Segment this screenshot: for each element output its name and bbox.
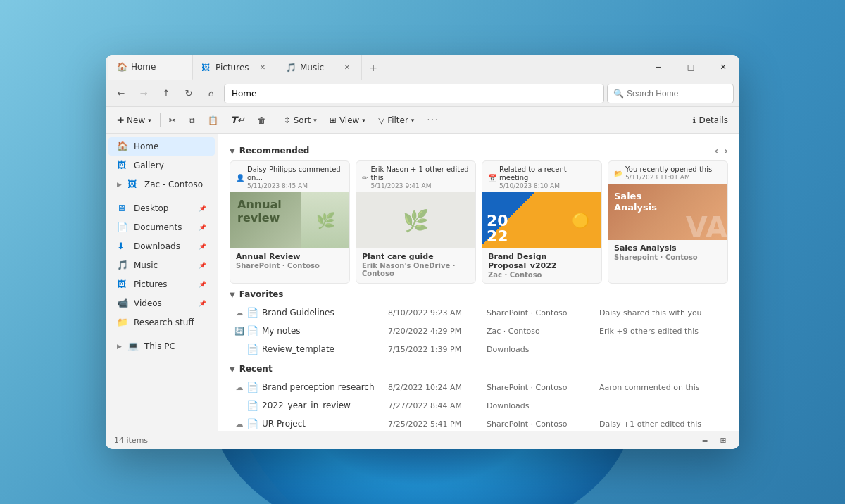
recent-section-header[interactable]: ▼ Recent <box>230 364 728 374</box>
sidebar-item-downloads[interactable]: ⬇ Downloads 📌 <box>108 237 215 256</box>
recommended-section-header[interactable]: ▼ Recommended ‹ › <box>230 145 728 156</box>
card-sales-analysis[interactable]: 📂 You recently opened this 5/11/2023 11:… <box>608 160 728 284</box>
card-annual-meta-date: 5/11/2023 8:45 AM <box>247 182 344 189</box>
list-item[interactable]: ☁ 📄 Brand Guidelines 8/10/2022 9:23 AM S… <box>230 303 728 322</box>
sidebar-item-videos[interactable]: 📹 Videos 📌 <box>108 294 215 313</box>
recommended-label: Recommended <box>239 146 310 156</box>
sidebar-item-desktop[interactable]: 🖥 Desktop 📌 <box>108 199 215 218</box>
refresh-button[interactable]: ↻ <box>179 84 199 103</box>
rename-button[interactable]: T↵ <box>225 113 251 127</box>
annual-review-preview-bg: Annualreview 🌿 <box>230 192 349 248</box>
card-annual-meta-text: Daisy Philipps commented on... <box>247 165 344 182</box>
back-button[interactable]: ← <box>111 84 131 103</box>
sidebar-pc-expand-icon: ▶ <box>117 343 122 350</box>
card-sales-info: Sales Analysis Sharepoint · Contoso <box>608 240 727 265</box>
card-sales-meta-text: You recently opened this <box>625 165 712 174</box>
tab-music-close[interactable]: ✕ <box>342 62 353 73</box>
sidebar-item-home[interactable]: 🏠 Home <box>108 137 215 156</box>
list-item[interactable]: 🔄 📄 My notes 7/20/2022 4:29 PM Zac · Con… <box>230 322 728 340</box>
sidebar-music-label: Music <box>134 260 158 270</box>
file-name-my-notes: My notes <box>262 326 388 336</box>
sidebar-pc-label: This PC <box>144 341 175 351</box>
separator-2 <box>275 113 275 127</box>
status-bar: 14 items ≡ ⊞ <box>106 431 739 449</box>
close-button[interactable]: ✕ <box>707 55 739 80</box>
separator-1 <box>160 113 161 127</box>
tab-pictures[interactable]: 🖼 Pictures ✕ <box>193 55 277 80</box>
brand-preview-yellow: 🟡 <box>560 192 601 248</box>
sidebar-item-this-pc[interactable]: ▶ 💻 This PC <box>108 337 215 355</box>
filter-button[interactable]: ▽ Filter ▾ <box>373 113 420 127</box>
maximize-button[interactable]: □ <box>675 55 707 80</box>
sidebar-item-pictures[interactable]: 🖼 Pictures 📌 <box>108 275 215 294</box>
tab-home[interactable]: 🏠 Home <box>108 55 193 80</box>
card-sales-meta-icon: 📂 <box>614 170 622 177</box>
favorites-list: ☁ 📄 Brand Guidelines 8/10/2022 9:23 AM S… <box>230 303 728 358</box>
sidebar-videos-pin-icon: 📌 <box>199 300 206 307</box>
minimize-button[interactable]: ─ <box>642 55 675 80</box>
file-location-2022-review: Downloads <box>487 401 599 410</box>
up-button[interactable]: ↑ <box>156 84 176 103</box>
tab-music[interactable]: 🎵 Music ✕ <box>277 55 362 80</box>
grid-view-button[interactable]: ⊞ <box>715 434 731 448</box>
list-item[interactable]: ☁ 📄 UR Project 7/25/2022 5:41 PM SharePo… <box>230 415 728 431</box>
sidebar-item-research[interactable]: 📁 Research stuff <box>108 313 215 332</box>
card-plant-info: Plant care guide Erik Nason's OneDrive ·… <box>356 248 475 282</box>
list-view-button[interactable]: ≡ <box>697 434 713 448</box>
sidebar-item-documents[interactable]: 📄 Documents 📌 <box>108 218 215 237</box>
search-box[interactable]: 🔍 <box>607 84 734 103</box>
delete-button[interactable]: 🗑 <box>252 113 272 127</box>
file-location-brand-perception: SharePoint · Contoso <box>487 383 599 392</box>
card-annual-review[interactable]: 👤 Daisy Philipps commented on... 5/11/20… <box>230 160 350 284</box>
card-annual-meta-icon: 👤 <box>236 174 244 182</box>
sidebar-home-label: Home <box>134 141 158 151</box>
sidebar-videos-label: Videos <box>134 298 162 308</box>
recommended-next-icon[interactable]: › <box>724 145 728 156</box>
forward-button[interactable]: → <box>134 84 154 103</box>
sort-button[interactable]: ↕ Sort ▾ <box>278 113 323 127</box>
status-text: 14 items <box>114 436 148 445</box>
details-button[interactable]: ℹ Details <box>687 113 734 127</box>
sidebar-item-gallery[interactable]: 🖼 Gallery <box>108 156 215 175</box>
address-path[interactable]: Home <box>224 84 604 103</box>
sort-chevron-icon: ▾ <box>313 117 317 124</box>
sidebar-documents-icon: 📄 <box>117 222 128 233</box>
list-item[interactable]: ☁ 📄 Brand perception research 8/2/2022 1… <box>230 378 728 396</box>
more-button[interactable]: ··· <box>421 113 444 127</box>
view-button[interactable]: ⊞ View ▾ <box>324 113 371 127</box>
card-plant-subtitle: Erik Nason's OneDrive · Contoso <box>362 262 470 277</box>
card-plant-title: Plant care guide <box>362 252 470 261</box>
sync-icon-brand-guidelines: ☁ <box>232 308 246 317</box>
favorites-label: Favorites <box>239 289 284 299</box>
recommended-prev-icon[interactable]: ‹ <box>714 145 718 156</box>
file-date-2022-review: 7/27/2022 8:44 AM <box>388 401 487 410</box>
card-brand-meta-icon: 📅 <box>488 174 496 182</box>
main-area: 🏠 Home 🖼 Gallery ▶ 🖼 Zac - Contoso 🖥 Des… <box>106 134 739 431</box>
card-sales-subtitle: Sharepoint · Contoso <box>614 253 722 261</box>
new-button[interactable]: ✚ New ▾ <box>111 113 157 127</box>
sidebar-item-music[interactable]: 🎵 Music 📌 <box>108 256 215 275</box>
cut-button[interactable]: ✂ <box>163 113 182 127</box>
home-nav-button[interactable]: ⌂ <box>201 84 221 103</box>
list-item[interactable]: 📄 Review_template 7/15/2022 1:39 PM Down… <box>230 340 728 358</box>
copy-button[interactable]: ⧉ <box>183 113 201 127</box>
sales-preview-text: SalesAnalysis <box>614 191 657 213</box>
recent-list: ☁ 📄 Brand perception research 8/2/2022 1… <box>230 378 728 431</box>
paste-button[interactable]: 📋 <box>202 113 224 127</box>
add-tab-button[interactable]: + <box>362 55 384 80</box>
file-activity-ur-project: Daisy +1 other edited this <box>599 420 725 429</box>
card-plant-meta-icon: ✏ <box>362 174 368 182</box>
sidebar-downloads-pin-icon: 📌 <box>199 243 206 250</box>
card-plant-care[interactable]: ✏ Erik Nason + 1 other edited this 5/11/… <box>356 160 476 284</box>
search-input[interactable] <box>627 89 727 99</box>
favorites-section-header[interactable]: ▼ Favorites <box>230 289 728 299</box>
sidebar-item-zac-contoso[interactable]: ▶ 🖼 Zac - Contoso <box>108 175 215 194</box>
sidebar-downloads-icon: ⬇ <box>117 241 128 252</box>
tab-pictures-close[interactable]: ✕ <box>257 62 268 73</box>
file-location-ur-project: SharePoint · Contoso <box>487 420 599 429</box>
list-item[interactable]: 📄 2022_year_in_review 7/27/2022 8:44 AM … <box>230 396 728 415</box>
file-date-ur-project: 7/25/2022 5:41 PM <box>388 420 487 429</box>
card-sales-meta: 📂 You recently opened this 5/11/2023 11:… <box>608 161 727 184</box>
sidebar-pc-icon: 💻 <box>127 341 139 352</box>
card-brand-design[interactable]: 📅 Related to a recent meeting 5/10/2023 … <box>482 160 602 284</box>
